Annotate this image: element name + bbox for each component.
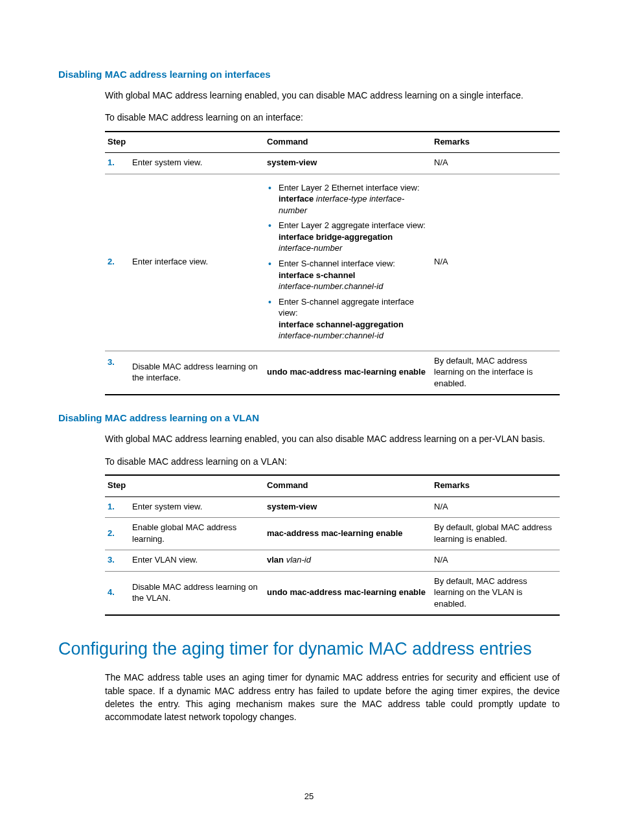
section2-table: Step Command Remarks 1. Enter system vie… — [105, 474, 560, 616]
step-command: mac-address mac-learning enable — [264, 518, 431, 550]
step-remarks: By default, global MAC address learning … — [431, 518, 560, 550]
table-row: 3. Enter VLAN view. vlan vlan-id N/A — [105, 550, 560, 572]
table-row: 3. Disable MAC address learning on the i… — [105, 351, 560, 395]
step-number: 3. — [105, 351, 130, 395]
cmd-bold: system-view — [267, 502, 317, 511]
step-desc: Enter system view. — [130, 153, 264, 174]
table-header-row: Step Command Remarks — [105, 475, 560, 496]
step-number: 2. — [105, 174, 130, 351]
table-row: 1. Enter system view. system-view N/A — [105, 496, 560, 518]
section2-intro1: With global MAC address learning enabled… — [105, 432, 560, 445]
step-desc: Disable MAC address learning on the VLAN… — [130, 571, 264, 615]
step-command: undo mac-address mac-learning enable — [264, 351, 431, 395]
header-command: Command — [264, 132, 431, 153]
step-command: Enter Layer 2 Ethernet interface view: i… — [264, 174, 431, 351]
cmd-bullet: Enter Layer 2 Ethernet interface view: i… — [267, 182, 429, 216]
cmd-ital: interface-number.channel-id — [279, 281, 383, 291]
section1-heading: Disabling MAC address learning on interf… — [58, 69, 560, 80]
cmd-bold: undo mac-address mac-learning enable — [267, 587, 426, 597]
cmd-bullet: Enter S-channel interface view: interfac… — [267, 258, 429, 292]
header-remarks: Remarks — [431, 132, 560, 153]
cmd-bullet: Enter S-channel aggregate interface view… — [267, 296, 429, 342]
table-row: 1. Enter system view. system-view N/A — [105, 153, 560, 174]
cmd-ital: interface-number — [279, 243, 342, 253]
cmd-bold: interface s-channel — [279, 270, 356, 280]
bullet-lead: Enter Layer 2 Ethernet interface view: — [279, 183, 420, 192]
step-number: 1. — [105, 496, 130, 518]
cmd-bold: undo mac-address mac-learning enable — [267, 367, 426, 377]
section2-intro2: To disable MAC address learning on a VLA… — [105, 455, 560, 468]
bullet-lead: Enter S-channel aggregate interface view… — [279, 297, 414, 318]
cmd-ital: interface-number:channel-id — [279, 331, 383, 340]
header-remarks: Remarks — [431, 475, 560, 496]
step-command: vlan vlan-id — [264, 550, 431, 572]
header-step: Step — [105, 132, 264, 153]
step-command: system-view — [264, 153, 431, 174]
step-number: 4. — [105, 571, 130, 615]
table-row: 2. Enable global MAC address learning. m… — [105, 518, 560, 550]
cmd-ital: vlan-id — [284, 555, 311, 565]
cmd-bold: interface — [279, 194, 314, 204]
table-row: 4. Disable MAC address learning on the V… — [105, 571, 560, 615]
step-desc: Enter VLAN view. — [130, 550, 264, 572]
section1-table: Step Command Remarks 1. Enter system vie… — [105, 131, 560, 396]
step-number: 2. — [105, 518, 130, 550]
header-step: Step — [105, 475, 264, 496]
header-command: Command — [264, 475, 431, 496]
table-header-row: Step Command Remarks — [105, 132, 560, 153]
section3-body: The MAC address table uses an aging time… — [105, 671, 560, 723]
section1-intro1: With global MAC address learning enabled… — [105, 89, 560, 102]
step-number: 1. — [105, 153, 130, 174]
step-remarks: N/A — [431, 550, 560, 572]
cmd-bold: system-view — [267, 158, 317, 167]
step-remarks: By default, MAC address learning on the … — [431, 351, 560, 395]
cmd-bold: interface schannel-aggregation — [279, 320, 404, 329]
step-remarks: N/A — [431, 153, 560, 174]
section3-heading: Configuring the aging timer for dynamic … — [58, 639, 560, 659]
section1-intro2: To disable MAC address learning on an in… — [105, 111, 560, 124]
step-number: 3. — [105, 550, 130, 572]
cmd-bold: mac-address mac-learning enable — [267, 528, 403, 538]
step-command: undo mac-address mac-learning enable — [264, 571, 431, 615]
bullet-lead: Enter S-channel interface view: — [279, 259, 395, 268]
step-remarks: N/A — [431, 174, 560, 351]
cmd-bold: vlan — [267, 555, 284, 565]
page-number: 25 — [0, 791, 618, 801]
step-desc: Enter system view. — [130, 496, 264, 518]
step-remarks: N/A — [431, 496, 560, 518]
step-desc: Enter interface view. — [130, 174, 264, 351]
step-remarks: By default, MAC address learning on the … — [431, 571, 560, 615]
bullet-lead: Enter Layer 2 aggregate interface view: — [279, 220, 426, 230]
step-command: system-view — [264, 496, 431, 518]
table-row: 2. Enter interface view. Enter Layer 2 E… — [105, 174, 560, 351]
section2-heading: Disabling MAC address learning on a VLAN — [58, 412, 560, 423]
cmd-bullet: Enter Layer 2 aggregate interface view: … — [267, 220, 429, 254]
step-desc: Disable MAC address learning on the inte… — [130, 351, 264, 395]
cmd-bold: interface bridge-aggregation — [279, 232, 393, 242]
step-desc: Enable global MAC address learning. — [130, 518, 264, 550]
